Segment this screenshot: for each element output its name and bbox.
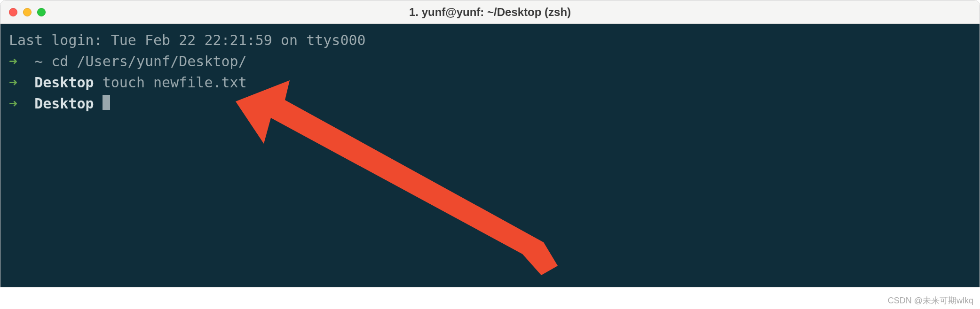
maximize-icon[interactable] [37,8,46,16]
terminal-window: 1. yunf@yunf: ~/Desktop (zsh) Last login… [0,0,980,287]
command-text: cd /Users/yunf/Desktop/ [51,53,246,70]
traffic-lights [9,8,46,16]
watermark-text: CSDN @未来可期wlkq [888,295,973,306]
cwd-text: ~ [34,53,43,70]
minimize-icon[interactable] [23,8,32,16]
window-title: 1. yunf@yunf: ~/Desktop (zsh) [409,6,571,19]
last-login-text: Last login: Tue Feb 22 22:21:59 on ttys0… [9,30,971,51]
prompt-line: ➜ Desktop [9,93,971,114]
cwd-text: Desktop [34,95,94,112]
prompt-arrow-icon: ➜ [9,74,17,91]
prompt-arrow-icon: ➜ [9,95,17,112]
terminal-content[interactable]: Last login: Tue Feb 22 22:21:59 on ttys0… [0,24,980,287]
terminal-cursor [103,95,110,110]
prompt-line: ➜ Desktop touch newfile.txt [9,72,971,93]
prompt-arrow-icon: ➜ [9,53,17,70]
cwd-text: Desktop [34,74,94,91]
window-titlebar[interactable]: 1. yunf@yunf: ~/Desktop (zsh) [0,0,980,24]
close-icon[interactable] [9,8,17,16]
prompt-line: ➜ ~ cd /Users/yunf/Desktop/ [9,51,971,72]
command-text: touch newfile.txt [103,74,247,91]
